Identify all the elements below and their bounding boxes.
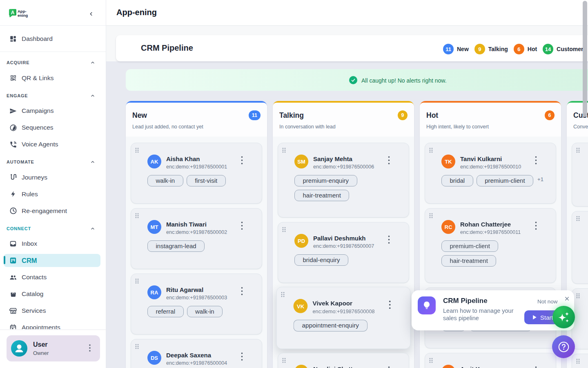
svg-text:A: A (11, 10, 15, 16)
